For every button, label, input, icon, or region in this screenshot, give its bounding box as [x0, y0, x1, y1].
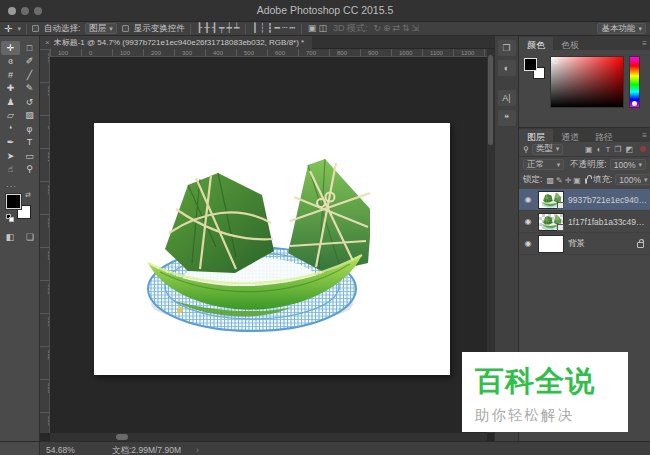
- workspace-switcher[interactable]: 基本功能: [597, 23, 646, 34]
- align-horizontal-centers-icon[interactable]: ╂: [204, 23, 209, 34]
- filter-pixel-layers-icon[interactable]: ▣: [584, 145, 594, 154]
- auto-align-icon[interactable]: ▣: [308, 23, 317, 34]
- filter-type-dropdown[interactable]: 类型: [532, 144, 564, 155]
- lock-pixels-icon[interactable]: ✎: [556, 176, 563, 185]
- quick-mask-icon[interactable]: ◧: [6, 232, 15, 242]
- type-tool[interactable]: T: [20, 136, 39, 150]
- dodge-tool[interactable]: φ: [20, 122, 39, 136]
- 3d-drag-icon[interactable]: ⇄: [393, 23, 401, 34]
- foreground-color-swatch[interactable]: [6, 194, 21, 209]
- filter-type-layers-icon[interactable]: T: [604, 145, 611, 154]
- edit-toolbar-button[interactable]: ···: [0, 182, 40, 191]
- opacity-dropdown[interactable]: 100%: [610, 159, 646, 170]
- layer-name[interactable]: 背景: [568, 238, 633, 250]
- auto-select-checkbox[interactable]: [32, 25, 39, 32]
- eyedropper-tool[interactable]: ╱: [20, 68, 39, 82]
- fill-dropdown[interactable]: 100%: [615, 174, 650, 185]
- status-zoom-level[interactable]: 54.68%: [46, 445, 75, 455]
- close-tab-icon[interactable]: ×: [45, 38, 50, 47]
- color-panel-menu-icon[interactable]: ≡: [642, 39, 647, 48]
- color-panel-tab[interactable]: 色板: [553, 37, 587, 50]
- layer-list: ◉ 9937b721e1ec940e26...◉: [519, 189, 650, 255]
- align-vertical-centers-icon[interactable]: ┿: [226, 23, 231, 34]
- screen-mode-icon[interactable]: ❏: [26, 232, 34, 242]
- rectangle-shape-tool[interactable]: ▭: [20, 149, 39, 163]
- layer-thumbnail[interactable]: [538, 213, 564, 231]
- filter-adjustment-layers-icon[interactable]: ◐: [596, 145, 603, 154]
- move-tool[interactable]: ✛: [1, 41, 20, 55]
- distribute-vcenter-icon[interactable]: ┆: [260, 23, 265, 34]
- layer-visibility-icon[interactable]: ◉: [522, 217, 534, 226]
- filter-group-layers-icon[interactable]: ❐: [613, 145, 622, 154]
- swap-colors-icon[interactable]: ⇄: [25, 191, 31, 199]
- layers-panel-tab[interactable]: 图层: [519, 129, 553, 142]
- status-options-chevron-icon[interactable]: ›: [196, 445, 199, 455]
- zoom-tool[interactable]: ⚲: [20, 163, 39, 177]
- notes-icon[interactable]: ❝: [498, 110, 516, 126]
- panel-color-swatches[interactable]: [524, 58, 548, 82]
- eraser-tool[interactable]: ▱: [1, 109, 20, 123]
- layer-row[interactable]: ◉ 9937b721e1ec940e26...: [519, 189, 650, 211]
- layer-name[interactable]: 9937b721e1ec940e26...: [568, 195, 647, 205]
- filter-toggle-icon[interactable]: [640, 146, 646, 152]
- default-colors-icon[interactable]: [6, 214, 15, 222]
- quick-selection-tool[interactable]: ✐: [20, 55, 39, 69]
- glyphs-icon[interactable]: A|: [498, 90, 516, 106]
- align-right-edges-icon[interactable]: ┨: [212, 23, 217, 34]
- blend-mode-dropdown[interactable]: 正常: [523, 159, 564, 170]
- document-tab[interactable]: × 未标题-1 @ 54.7% (9937b721e1ec940e26f3171…: [40, 36, 312, 49]
- align-left-edges-icon[interactable]: ┠: [197, 23, 202, 34]
- horizontal-scrollbar[interactable]: [50, 433, 487, 441]
- lasso-tool[interactable]: ɞ: [1, 55, 20, 69]
- auto-select-dropdown[interactable]: 图层: [85, 23, 117, 34]
- lock-transparency-icon[interactable]: ▩: [546, 176, 554, 185]
- rect-marquee-tool[interactable]: □: [20, 41, 39, 55]
- ruler-h-label: 200: [151, 50, 161, 56]
- path-selection-tool[interactable]: ➤: [1, 149, 20, 163]
- lock-all-icon[interactable]: [585, 178, 587, 184]
- 3d-roll-icon[interactable]: ⊕: [383, 23, 391, 34]
- lock-position-icon[interactable]: ✛: [565, 176, 572, 185]
- distribute-left-icon[interactable]: ━: [275, 23, 280, 34]
- auto-distribute-icon[interactable]: ◫: [318, 23, 327, 34]
- layers-panel-tab[interactable]: 通道: [553, 129, 587, 142]
- layers-panel-tab[interactable]: 路径: [587, 129, 621, 142]
- hue-slider[interactable]: [629, 56, 640, 108]
- canvas[interactable]: [50, 57, 487, 433]
- color-panel-tab[interactable]: 颜色: [519, 37, 553, 50]
- distribute-bottom-icon[interactable]: ┇: [267, 23, 272, 34]
- hand-tool[interactable]: ☝: [1, 163, 20, 177]
- brush-tool[interactable]: ✎: [20, 82, 39, 96]
- lock-artboard-icon[interactable]: ▣: [573, 176, 581, 185]
- distribute-top-icon[interactable]: ┃: [252, 23, 257, 34]
- 3d-scale-icon[interactable]: ⇲: [412, 23, 420, 34]
- 3d-rotate-icon[interactable]: ↻: [373, 23, 381, 34]
- libraries-icon[interactable]: ❐: [498, 40, 516, 56]
- layer-name[interactable]: 1f17f1fab1a33c492cb8...: [568, 217, 647, 227]
- layer-row[interactable]: ◉ 1f17f1fab1a33c492cb8...: [519, 211, 650, 233]
- layer-visibility-icon[interactable]: ◉: [522, 239, 534, 248]
- show-transform-checkbox[interactable]: [122, 25, 129, 32]
- history-brush-tool[interactable]: ↺: [20, 95, 39, 109]
- healing-brush-tool[interactable]: ✚: [1, 82, 20, 96]
- distribute-right-icon[interactable]: ┅: [289, 23, 294, 34]
- color-picker-gradient[interactable]: [550, 56, 624, 108]
- layer-row[interactable]: ◉背景: [519, 233, 650, 255]
- tool-preset-caret-icon[interactable]: ▾: [17, 25, 21, 33]
- crop-tool[interactable]: #: [1, 68, 20, 82]
- align-top-edges-icon[interactable]: ┯: [219, 23, 224, 34]
- gradient-tool[interactable]: ▨: [20, 109, 39, 123]
- adjustments-icon[interactable]: ◐: [498, 60, 516, 76]
- filter-smart-objects-icon[interactable]: ◩: [624, 145, 634, 154]
- layers-panel-menu-icon[interactable]: ≡: [642, 131, 647, 140]
- 3d-slide-icon[interactable]: ⇅: [402, 23, 410, 34]
- layer-thumbnail[interactable]: [538, 235, 564, 253]
- distribute-hcenter-icon[interactable]: ┄: [282, 23, 287, 34]
- align-bottom-edges-icon[interactable]: ┷: [234, 23, 239, 34]
- clone-stamp-tool[interactable]: ♟: [1, 95, 20, 109]
- layer-visibility-icon[interactable]: ◉: [522, 195, 534, 204]
- move-tool-preset-icon[interactable]: ✛: [4, 23, 12, 34]
- pen-tool[interactable]: ✒: [1, 136, 20, 150]
- layer-thumbnail[interactable]: [538, 191, 564, 209]
- blur-tool[interactable]: ❛: [1, 122, 20, 136]
